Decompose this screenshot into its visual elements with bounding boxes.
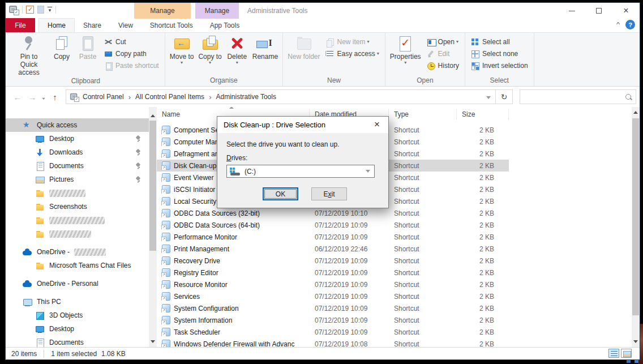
sidebar-item-onedrive[interactable]: OneDrive - xyxy=(6,245,149,259)
sidebar-item-quick-access[interactable]: Quick access xyxy=(6,118,149,132)
copy-path-button[interactable]: Copy path xyxy=(102,48,161,59)
file-row-windows-defender-firewall-with-advanc[interactable]: Windows Defender Firewall with Advanc07/… xyxy=(157,338,632,347)
file-row-performance-monitor[interactable]: Performance Monitor07/12/2019 10:09Short… xyxy=(157,231,632,243)
close-button[interactable]: × xyxy=(620,5,632,16)
details-view-button[interactable] xyxy=(608,349,619,358)
properties-button[interactable]: Properties▾ xyxy=(388,34,423,65)
copy-button[interactable]: Copy xyxy=(49,34,75,62)
help-icon[interactable]: ? xyxy=(625,20,635,29)
tab-view[interactable]: View xyxy=(110,18,142,32)
file-date-cell: 07/12/2019 10:08 xyxy=(310,340,389,348)
sidebar-item-desktop[interactable]: Desktop xyxy=(6,132,149,145)
copy-to-button[interactable]: Copy to▾ xyxy=(196,34,224,65)
file-row-recovery-drive[interactable]: Recovery Drive07/12/2019 10:09Shortcut2 … xyxy=(157,255,632,267)
sidebar-item-pictures[interactable]: Pictures xyxy=(6,173,149,186)
scroll-down-icon[interactable] xyxy=(149,337,157,346)
dialog-close-icon[interactable]: × xyxy=(371,119,383,130)
sidebar-item-screenshots[interactable]: Screenshots xyxy=(6,200,149,213)
select-all-button[interactable]: Select all xyxy=(469,36,530,48)
sidebar-item-documents[interactable]: Documents xyxy=(6,159,149,173)
move-to-button[interactable]: Move to▾ xyxy=(168,34,196,65)
file-row-registry-editor[interactable]: Registry Editor07/12/2019 10:09Shortcut2… xyxy=(157,267,632,279)
file-row-system-information[interactable]: System Information07/12/2019 10:09Shortc… xyxy=(157,314,632,326)
scrollbar-thumb[interactable] xyxy=(149,121,156,251)
pin-to-quick-access-button[interactable]: Pin to Quick access xyxy=(9,34,49,77)
manage-shortcut-tools-header[interactable]: Manage xyxy=(134,3,191,19)
collapse-ribbon-icon[interactable]: ^ xyxy=(616,22,620,28)
open-icon xyxy=(427,37,436,46)
tab-home[interactable]: Home xyxy=(38,18,75,32)
scroll-down-icon[interactable] xyxy=(632,337,640,346)
sidebar-item-redacted[interactable] xyxy=(6,213,149,227)
delete-icon xyxy=(228,35,247,53)
sidebar-item-desktop[interactable]: Desktop xyxy=(6,322,149,336)
file-row-task-scheduler[interactable]: Task Scheduler07/12/2019 10:09Shortcut2 … xyxy=(157,326,632,338)
tab-share[interactable]: Share xyxy=(75,18,110,32)
search-input[interactable] xyxy=(524,93,625,101)
file-size-cell: 2 KB xyxy=(457,269,509,277)
cut-button[interactable]: Cut xyxy=(102,36,161,48)
invert-selection-icon xyxy=(471,61,480,70)
combobox-dropdown-icon[interactable] xyxy=(366,170,370,173)
address-bar[interactable]: Control Panel›All Control Panel Items›Ad… xyxy=(66,89,513,104)
up-icon[interactable]: ↑ xyxy=(48,92,62,102)
new-item-button: New item▾ xyxy=(323,36,381,48)
exit-button[interactable]: Exit xyxy=(311,187,347,200)
sidebar-item-microsoft-teams-chat-files[interactable]: Microsoft Teams Chat Files xyxy=(6,259,149,272)
scroll-up-icon[interactable] xyxy=(149,112,157,120)
sidebar-item-documents[interactable]: Documents xyxy=(6,336,149,347)
easy-access-button[interactable]: Easy access▾ xyxy=(323,48,381,59)
search-box[interactable] xyxy=(520,89,636,104)
file-row-odbc-data-sources-64-bit[interactable]: ODBC Data Sources (64-bit)07/12/2019 10:… xyxy=(157,219,632,231)
tab-app-tools[interactable]: App Tools xyxy=(202,18,248,32)
sidebar-item-redacted[interactable] xyxy=(6,186,149,200)
sidebar-scrollbar[interactable] xyxy=(149,107,157,347)
forward-icon[interactable]: → xyxy=(25,92,40,102)
select-none-button[interactable]: Select none xyxy=(469,48,530,59)
open-button[interactable]: Open▾ xyxy=(425,36,461,48)
ok-button[interactable]: OK xyxy=(263,187,298,200)
scroll-up-icon[interactable] xyxy=(632,108,640,117)
sidebar-item-downloads[interactable]: Downloads xyxy=(6,145,149,159)
minimize-button[interactable] xyxy=(566,5,577,16)
sidebar-item-this-pc[interactable]: This PC xyxy=(6,295,149,309)
history-button[interactable]: History xyxy=(425,59,461,71)
properties-qat-icon[interactable] xyxy=(26,6,34,14)
file-row-resource-monitor[interactable]: Resource Monitor07/12/2019 10:09Shortcut… xyxy=(157,279,632,290)
maximize-button[interactable] xyxy=(593,5,605,16)
file-size-cell: 2 KB xyxy=(457,305,509,312)
file-name: iSCSI Initiator xyxy=(174,186,215,194)
new-folder-qat-icon[interactable] xyxy=(37,6,44,14)
sidebar-item-3d-objects[interactable]: 3D Objects xyxy=(6,309,149,322)
file-row-system-configuration[interactable]: System Configuration07/12/2019 10:09Shor… xyxy=(157,302,632,314)
invert-selection-button[interactable]: Invert selection xyxy=(469,59,530,71)
manage-app-tools-header[interactable]: Manage xyxy=(195,3,239,19)
breadcrumb-all-control-panel-items[interactable]: All Control Panel Items xyxy=(132,93,208,101)
paste-icon xyxy=(78,35,97,53)
drives-combobox[interactable]: (C:) xyxy=(226,165,375,178)
tab-shortcut-tools[interactable]: Shortcut Tools xyxy=(142,18,202,32)
column-header-size[interactable]: Size xyxy=(457,109,509,120)
sidebar-item-redacted[interactable] xyxy=(6,227,149,241)
breadcrumb-administrative-tools[interactable]: Administrative Tools xyxy=(212,93,280,101)
tab-file[interactable]: File xyxy=(6,18,35,32)
location-icon xyxy=(70,93,79,101)
customize-qat-dropdown-icon[interactable]: ▾ xyxy=(48,7,52,12)
recent-locations-chevron-icon[interactable] xyxy=(40,92,48,102)
file-row-services[interactable]: Services07/12/2019 10:09Shortcut2 KB xyxy=(157,290,632,302)
delete-button[interactable]: Delete▾ xyxy=(224,34,250,65)
rename-button[interactable]: Rename xyxy=(250,34,280,62)
column-header-type[interactable]: Type xyxy=(389,109,457,120)
sidebar-item-label: Documents xyxy=(49,162,84,170)
file-row-odbc-data-sources-32-bit[interactable]: ODBC Data Sources (32-bit)07/12/2019 10:… xyxy=(157,207,632,219)
sidebar-item-onedrive-personal[interactable]: OneDrive - Personal xyxy=(6,277,149,290)
refresh-icon[interactable]: ↻ xyxy=(495,89,512,104)
scrollbar-thumb[interactable] xyxy=(632,118,639,315)
file-row-print-management[interactable]: Print Management06/12/2019 22:46Shortcut… xyxy=(157,243,632,255)
sidebar-item-label: Desktop xyxy=(49,325,74,333)
large-icons-view-button[interactable] xyxy=(621,349,632,358)
address-dropdown-icon[interactable] xyxy=(482,93,495,101)
back-icon[interactable]: ← xyxy=(10,92,25,102)
breadcrumb-control-panel[interactable]: Control Panel xyxy=(79,93,127,101)
file-list-scrollbar[interactable] xyxy=(632,107,640,347)
